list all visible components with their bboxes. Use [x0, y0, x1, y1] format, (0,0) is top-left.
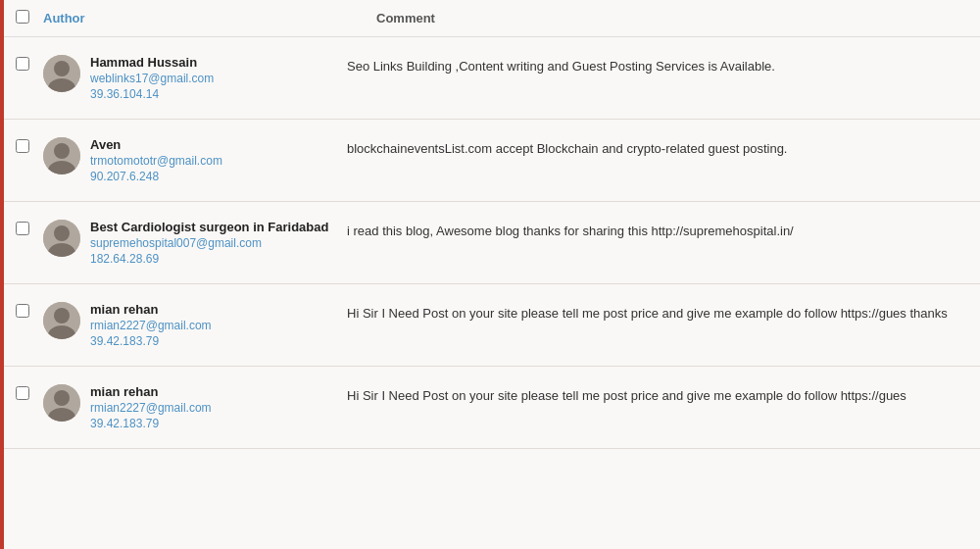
avatar — [43, 55, 80, 92]
row-checkbox-cell[interactable] — [16, 302, 43, 321]
author-ip[interactable]: 90.207.6.248 — [90, 170, 222, 183]
table-header: Author Comment — [4, 0, 980, 37]
author-info: mian rehan rmian2227@gmail.com 39.42.183… — [90, 384, 212, 430]
comment-text: Hi Sir I Need Post on your site please t… — [347, 384, 968, 406]
row-checkbox-1[interactable] — [16, 57, 29, 71]
author-email[interactable]: weblinks17@gmail.com — [90, 72, 214, 85]
row-checkbox-3[interactable] — [16, 222, 29, 235]
svg-point-13 — [54, 390, 70, 406]
author-email[interactable]: rmian2227@gmail.com — [90, 401, 212, 415]
author-info: Best Cardiologist surgeon in Faridabad s… — [90, 220, 328, 266]
author-ip[interactable]: 39.42.183.79 — [90, 334, 212, 348]
comments-table: Author Comment Hammad Hussain weblinks17… — [0, 0, 980, 549]
rows-container: Hammad Hussain weblinks17@gmail.com 39.3… — [4, 37, 980, 449]
avatar — [43, 302, 80, 339]
author-email[interactable]: supremehospital007@gmail.com — [90, 236, 328, 250]
row-checkbox-cell[interactable] — [16, 55, 43, 74]
author-name: mian rehan — [90, 302, 212, 317]
author-section: Aven trmotomototr@gmail.com 90.207.6.248 — [43, 137, 347, 183]
row-checkbox-4[interactable] — [16, 304, 29, 318]
table-row: Best Cardiologist surgeon in Faridabad s… — [4, 202, 980, 284]
avatar — [43, 220, 80, 257]
author-column-header: Author — [43, 11, 376, 25]
author-ip[interactable]: 39.42.183.79 — [90, 417, 212, 430]
table-row: Aven trmotomototr@gmail.com 90.207.6.248… — [4, 120, 980, 202]
table-row: mian rehan rmian2227@gmail.com 39.42.183… — [4, 367, 980, 449]
avatar — [43, 137, 80, 175]
author-name: Aven — [90, 137, 222, 152]
author-name: mian rehan — [90, 384, 212, 399]
row-checkbox-cell[interactable] — [16, 384, 43, 403]
comment-text: Hi Sir I Need Post on your site please t… — [347, 302, 968, 324]
row-checkbox-2[interactable] — [16, 139, 29, 153]
comment-text: Seo Links Building ,Content writing and … — [347, 55, 968, 76]
table-row: mian rehan rmian2227@gmail.com 39.42.183… — [4, 284, 980, 367]
author-name: Best Cardiologist surgeon in Faridabad — [90, 220, 328, 234]
header-checkbox-cell[interactable] — [16, 10, 43, 26]
svg-point-4 — [54, 143, 70, 159]
comment-text: blockchaineventsList.com accept Blockcha… — [347, 137, 968, 159]
avatar — [43, 384, 80, 422]
author-email[interactable]: rmian2227@gmail.com — [90, 319, 212, 332]
author-section: Hammad Hussain weblinks17@gmail.com 39.3… — [43, 55, 347, 101]
table-row: Hammad Hussain weblinks17@gmail.com 39.3… — [4, 37, 980, 120]
comment-column-header: Comment — [376, 11, 968, 25]
author-ip[interactable]: 39.36.104.14 — [90, 87, 214, 101]
author-info: Hammad Hussain weblinks17@gmail.com 39.3… — [90, 55, 214, 101]
author-section: mian rehan rmian2227@gmail.com 39.42.183… — [43, 302, 347, 348]
author-section: Best Cardiologist surgeon in Faridabad s… — [43, 220, 347, 266]
author-info: Aven trmotomototr@gmail.com 90.207.6.248 — [90, 137, 222, 183]
svg-point-7 — [54, 225, 70, 241]
row-checkbox-5[interactable] — [16, 386, 29, 400]
svg-point-10 — [54, 308, 70, 324]
author-name: Hammad Hussain — [90, 55, 214, 70]
row-checkbox-cell[interactable] — [16, 137, 43, 156]
author-ip[interactable]: 182.64.28.69 — [90, 252, 328, 266]
row-checkbox-cell[interactable] — [16, 220, 43, 238]
svg-point-1 — [54, 61, 70, 76]
author-section: mian rehan rmian2227@gmail.com 39.42.183… — [43, 384, 347, 430]
author-info: mian rehan rmian2227@gmail.com 39.42.183… — [90, 302, 212, 348]
comment-text: i read this blog, Awesome blog thanks fo… — [347, 220, 968, 241]
select-all-checkbox[interactable] — [16, 10, 29, 24]
author-email[interactable]: trmotomototr@gmail.com — [90, 154, 222, 168]
